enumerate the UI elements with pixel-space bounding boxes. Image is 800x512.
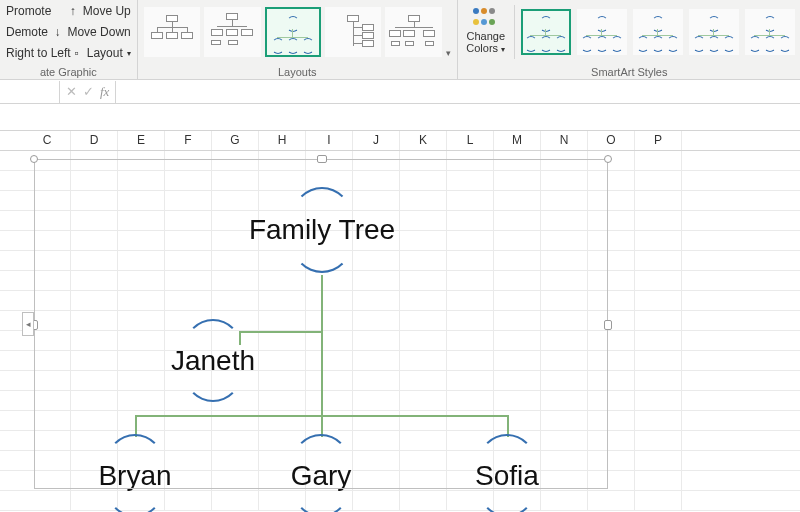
right-to-left-button[interactable]: Right to Left: [6, 46, 71, 60]
name-box[interactable]: [0, 81, 60, 103]
rtl-label: Right to Left: [6, 46, 71, 60]
chevron-down-icon: ▾: [127, 49, 131, 58]
group-label-create-graphic: ate Graphic: [6, 66, 131, 78]
col-header[interactable]: P: [635, 131, 682, 150]
demote-label: Demote: [6, 25, 48, 39]
layout-icon: ▫: [71, 47, 83, 59]
col-header[interactable]: D: [71, 131, 118, 150]
layout-thumb-1[interactable]: [144, 7, 200, 57]
style-thumb-5[interactable]: [745, 9, 795, 55]
col-header[interactable]: F: [165, 131, 212, 150]
col-header[interactable]: G: [212, 131, 259, 150]
group-create-graphic: Promote ↑ Move Up Demote ↓ Move Down Rig: [0, 0, 138, 79]
change-colors-label2: Colors: [466, 42, 498, 54]
resize-handle[interactable]: [317, 155, 327, 163]
formula-bar: ✕ ✓ fx: [0, 80, 800, 104]
change-colors-label1: Change: [466, 30, 505, 42]
style-thumb-4[interactable]: [689, 9, 739, 55]
style-thumb-1-selected[interactable]: [521, 9, 571, 55]
move-up-label: Move Up: [83, 4, 131, 18]
layout-label: Layout: [87, 46, 123, 60]
layout-dropdown[interactable]: ▫ Layout ▾: [71, 46, 131, 60]
arrow-up-icon: ↑: [67, 5, 79, 17]
col-header[interactable]: O: [588, 131, 635, 150]
cancel-icon[interactable]: ✕: [66, 84, 77, 99]
fx-label[interactable]: fx: [100, 84, 109, 100]
layout-thumb-4[interactable]: [325, 7, 381, 57]
group-smartart-styles: Change Colors ▾ SmartArt Styles: [458, 0, 800, 79]
resize-handle[interactable]: [30, 155, 38, 163]
layout-thumb-3-selected[interactable]: [265, 7, 321, 57]
col-header[interactable]: N: [541, 131, 588, 150]
demote-button[interactable]: Demote: [6, 25, 48, 39]
group-layouts: ▾ Layouts: [138, 0, 458, 79]
move-down-button[interactable]: ↓ Move Down: [51, 25, 130, 39]
promote-label: Promote: [6, 4, 51, 18]
layouts-more-icon[interactable]: ▾: [446, 48, 451, 62]
layout-thumb-5[interactable]: [385, 7, 441, 57]
formula-expand-area: [0, 104, 800, 131]
layout-thumb-2[interactable]: [204, 7, 260, 57]
promote-button[interactable]: Promote: [6, 4, 51, 18]
change-colors-icon: [473, 8, 499, 28]
col-header[interactable]: M: [494, 131, 541, 150]
resize-handle[interactable]: [604, 155, 612, 163]
enter-icon[interactable]: ✓: [83, 84, 94, 99]
column-headers[interactable]: C D E F G H I J K L M N O P: [0, 131, 800, 151]
move-down-label: Move Down: [67, 25, 130, 39]
worksheet-area: C D E F G H I J K L M N O P: [0, 131, 800, 512]
style-thumb-3[interactable]: [633, 9, 683, 55]
col-header[interactable]: H: [259, 131, 306, 150]
col-header[interactable]: E: [118, 131, 165, 150]
col-header[interactable]: C: [24, 131, 71, 150]
style-thumb-2[interactable]: [577, 9, 627, 55]
group-label-styles: SmartArt Styles: [464, 66, 795, 78]
col-header[interactable]: J: [353, 131, 400, 150]
text-pane-toggle[interactable]: ◂: [22, 312, 34, 336]
ribbon: Promote ↑ Move Up Demote ↓ Move Down Rig: [0, 0, 800, 80]
resize-handle[interactable]: [604, 320, 612, 330]
smartart-selection-frame[interactable]: ◂: [34, 159, 608, 489]
arrow-down-icon: ↓: [51, 26, 63, 38]
chevron-down-icon: ▾: [501, 45, 505, 54]
move-up-button[interactable]: ↑ Move Up: [67, 4, 131, 18]
col-header[interactable]: K: [400, 131, 447, 150]
group-label-layouts: Layouts: [144, 66, 451, 78]
change-colors-button[interactable]: Change Colors ▾: [464, 8, 508, 56]
col-header[interactable]: I: [306, 131, 353, 150]
col-header[interactable]: L: [447, 131, 494, 150]
